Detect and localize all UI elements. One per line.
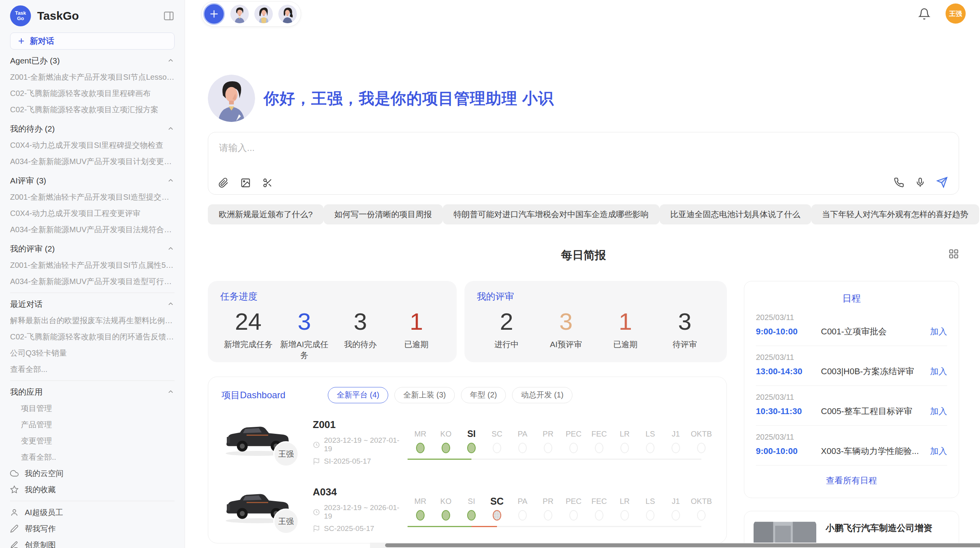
filter-chip-powertrain[interactable]: 动总开发 (1) — [512, 387, 572, 403]
sidebar-item[interactable]: 公司Q3轻卡销量 — [10, 345, 175, 361]
project-dates-text: 2023-12-19 ~ 2027-01-19 — [324, 436, 408, 453]
contact-avatar-2[interactable] — [254, 5, 273, 23]
divider — [10, 380, 175, 381]
project-row-z001[interactable]: 王强 Z001 2023-12-19 ~ 2027-01-19 SI-2025-… — [221, 416, 713, 466]
milestone-label: LS — [637, 427, 663, 440]
horizontal-scrollbar-track[interactable] — [370, 543, 980, 548]
stat-label: 已逾期 — [596, 339, 655, 350]
section-header-ai-review[interactable]: AI评审 (3) — [10, 173, 175, 189]
sidebar-item-product-mgmt[interactable]: 产品管理 — [10, 416, 175, 433]
layout-grid-icon[interactable] — [948, 248, 959, 259]
user-avatar[interactable]: 王强 — [946, 3, 966, 24]
avatar-illustration — [230, 5, 249, 23]
sidebar-item-write-helper[interactable]: 帮我写作 — [10, 521, 175, 537]
milestone-node — [672, 510, 680, 521]
join-meeting-link[interactable]: 加入 — [930, 326, 947, 337]
sidebar-item[interactable]: A034-全新新能源MUV产品开发项目造型可行性评审 — [10, 273, 175, 289]
section-header-my-review[interactable]: 我的评审 (2) — [10, 241, 175, 257]
section-header-agent-done[interactable]: Agent已办 (3) — [10, 53, 175, 69]
milestone-label: KO — [433, 495, 459, 508]
sidebar-item[interactable]: C02-飞腾新能源轻客改款项目里程碑画布 — [10, 85, 175, 101]
milestone-label: LR — [612, 495, 637, 508]
schedule-event: 2025/03/11 9:00-10:00 C001-立项审批会 加入 — [756, 313, 947, 337]
suggestion-chip[interactable]: 特朗普可能对进口汽车增税会对中国车企造成哪些影响 — [443, 204, 660, 224]
sidebar-item[interactable]: C0X4-动力总成开发项目工程变更评审 — [10, 205, 175, 221]
sidebar-item[interactable]: Z001-全新燃油轻卡产品开发项目SI造型提交物评审 — [10, 189, 175, 205]
stat-value: 1 — [388, 307, 444, 337]
project-dates-text: 2023-12-19 ~ 2026-01-19 — [324, 503, 408, 521]
suggestion-chip[interactable]: 比亚迪全固态电池计划具体说了什么 — [660, 204, 811, 224]
filter-chip-modelyear[interactable]: 年型 (2) — [461, 387, 506, 403]
phone-call-icon[interactable] — [894, 177, 904, 188]
attachment-icon[interactable] — [218, 178, 229, 188]
milestone-node — [544, 443, 552, 453]
new-chat-button[interactable]: 新对话 — [10, 33, 175, 50]
sidebar-item-cloud-space[interactable]: 我的云空间 — [10, 465, 175, 481]
suggestion-chip[interactable]: 欧洲新规最近颁布了什么? — [208, 204, 324, 224]
app-logo: Task Go — [10, 5, 31, 26]
new-chat-label: 新对话 — [30, 36, 54, 46]
view-all-schedule-link[interactable]: 查看所有日程 — [756, 475, 947, 486]
dashboard-filters: 全新平台 (4) 全新上装 (3) 年型 (2) 动总开发 (1) — [328, 387, 572, 403]
project-dates: 2023-12-19 ~ 2026-01-19 — [313, 503, 408, 521]
add-contact-button[interactable] — [203, 3, 225, 25]
milestone-label: SC — [484, 427, 510, 440]
join-meeting-link[interactable]: 加入 — [930, 445, 947, 457]
logo-line1: Task — [15, 10, 26, 16]
send-icon[interactable] — [936, 176, 948, 188]
sidebar: Task Go TaskGo 新对话 Agent已办 (3) Z001-全新燃油… — [0, 0, 185, 548]
image-upload-icon[interactable] — [240, 178, 251, 188]
sidebar-item[interactable]: Z001-全新燃油皮卡产品开发项目SI节点Lesson Learn报告 — [10, 69, 175, 85]
join-meeting-link[interactable]: 加入 — [930, 406, 947, 417]
sidebar-item[interactable]: A034-全新新能源MUV产品开发项目计划变更表编写 — [10, 153, 175, 170]
milestone-node — [672, 443, 680, 453]
contact-avatar-1[interactable] — [230, 5, 249, 23]
notifications-bell-icon[interactable] — [918, 8, 930, 20]
suggestion-chip[interactable]: 如何写一份清晰的项目周报 — [324, 204, 443, 224]
task-progress-card: 任务进度 24 新增完成任务 3 新增AI完成任务 3 — [208, 281, 457, 362]
sidebar-item[interactable]: C02-飞腾新能源轻客改款项目的闭环通告反馈情况 — [10, 329, 175, 345]
avatar-illustration — [254, 5, 273, 23]
horizontal-scrollbar-thumb[interactable] — [385, 543, 980, 547]
divider — [756, 465, 947, 466]
news-title: 小鹏飞行汽车制造公司增资 — [826, 522, 949, 534]
milestone-label: PEC — [561, 427, 586, 440]
stat-in-progress: 2 进行中 — [477, 307, 536, 350]
sidebar-item-favorites[interactable]: 我的收藏 — [10, 481, 175, 498]
sidebar-item-creative-draw[interactable]: 创意制图 — [10, 537, 175, 548]
collapse-sidebar-icon[interactable] — [163, 10, 175, 22]
event-date: 2025/03/11 — [756, 313, 947, 322]
suggestion-chip[interactable]: 当下年轻人对汽车外观有怎样的喜好趋势 — [811, 204, 979, 224]
schedule-event: 2025/03/11 13:00-14:30 C003|H0B-方案冻结评审 加… — [756, 353, 947, 377]
microphone-icon[interactable] — [915, 177, 925, 188]
milestone-si: SI — [459, 427, 484, 453]
logo-line2: Go — [17, 16, 24, 21]
sidebar-item-project-mgmt[interactable]: 项目管理 — [10, 400, 175, 416]
sidebar-item[interactable]: 解释最新出台的欧盟报废车法规再生塑料比例被调至15%... — [10, 312, 175, 329]
sidebar-item[interactable]: Z001-全新燃油轻卡产品开发项目SI节点属性5D文件评审 — [10, 257, 175, 273]
sidebar-item[interactable]: C0X4-动力总成开发项目SI里程碑提交物检查 — [10, 137, 175, 153]
sidebar-item[interactable]: A034-全新新能源MUV产品开发项目法规符合性评审 — [10, 221, 175, 238]
milestone-label: PR — [535, 495, 561, 508]
section-header-recent-chats[interactable]: 最近对话 — [10, 296, 175, 312]
project-row-a034[interactable]: 王强 A034 2023-12-19 ~ 2026-01-19 SC-2025-… — [221, 483, 713, 533]
milestone-oktb: OKTB — [689, 495, 714, 521]
section-header-my-todo[interactable]: 我的待办 (2) — [10, 121, 175, 137]
sidebar-item-ai-employee[interactable]: AI超级员工 — [10, 504, 175, 521]
section-header-my-apps[interactable]: 我的应用 — [10, 384, 175, 400]
sidebar-item-view-all-apps[interactable]: 查看全部.. — [10, 449, 175, 465]
sidebar-item-view-all[interactable]: 查看全部... — [10, 361, 175, 377]
scissors-icon[interactable] — [262, 178, 273, 188]
stat-label: 已逾期 — [388, 339, 444, 350]
join-meeting-link[interactable]: 加入 — [930, 366, 947, 377]
filter-chip-platform[interactable]: 全新平台 (4) — [328, 387, 388, 403]
chat-input[interactable] — [208, 132, 959, 168]
milestone-si: SI — [459, 495, 484, 521]
stat-label: 待评审 — [655, 339, 715, 350]
sidebar-item[interactable]: C02-飞腾新能源轻客改款项目立项汇报方案 — [10, 101, 175, 118]
filter-chip-upfit[interactable]: 全新上装 (3) — [394, 387, 455, 403]
milestone-label: OKTB — [689, 495, 714, 508]
contact-avatar-3[interactable] — [278, 5, 297, 23]
milestone-pa: PA — [510, 495, 535, 521]
sidebar-item-change-mgmt[interactable]: 变更管理 — [10, 433, 175, 449]
